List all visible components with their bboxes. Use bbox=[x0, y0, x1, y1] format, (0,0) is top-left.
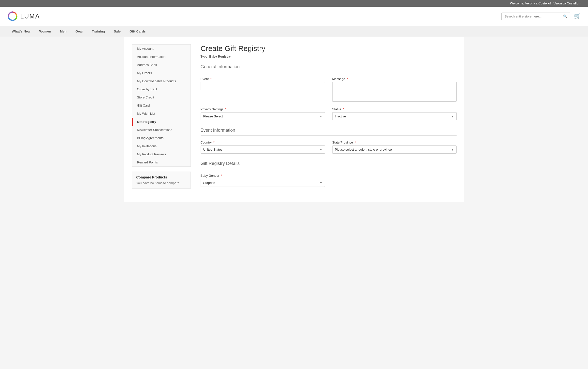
event-field-group: Event * bbox=[201, 77, 325, 102]
sidebar-item-billing-agreements[interactable]: Billing Agreements bbox=[132, 134, 191, 142]
country-select[interactable]: United States bbox=[201, 145, 325, 154]
event-required-mark: * bbox=[210, 77, 211, 81]
state-required-mark: * bbox=[355, 141, 356, 144]
privacy-select[interactable]: Please Select bbox=[201, 112, 325, 120]
privacy-status-row: Privacy Settings * Please Select ▼ Sta bbox=[201, 107, 457, 120]
nav-item-gear[interactable]: Gear bbox=[71, 26, 88, 37]
message-required-mark: * bbox=[347, 77, 348, 81]
search-input[interactable] bbox=[502, 13, 561, 20]
gift-registry-details-section: Gift Registry Details Baby Gender * Surp… bbox=[201, 161, 457, 187]
sidebar-item-reward-points[interactable]: Reward Points bbox=[132, 158, 191, 166]
country-label: Country * bbox=[201, 141, 325, 144]
event-information-section: Event Information Country * United State… bbox=[201, 128, 457, 154]
country-required-mark: * bbox=[213, 141, 215, 144]
message-textarea[interactable] bbox=[332, 82, 457, 102]
baby-gender-row: Baby Gender * Surprise ▼ bbox=[201, 174, 457, 187]
sidebar-item-my-orders[interactable]: My Orders bbox=[132, 69, 191, 77]
event-label: Event * bbox=[201, 77, 325, 81]
sidebar-item-newsletter-subscriptions[interactable]: Newsletter Subscriptions bbox=[132, 126, 191, 134]
sidebar-nav-block: My Account Account Information Address B… bbox=[132, 44, 191, 167]
status-select-wrap: Inactive ▼ bbox=[332, 112, 457, 120]
country-field-group: Country * United States ▼ bbox=[201, 141, 325, 154]
nav-item-training[interactable]: Training bbox=[87, 26, 109, 37]
registry-type-label: Type: Baby Registry bbox=[201, 55, 457, 58]
logo-text: LUMA bbox=[20, 13, 40, 20]
main-navigation: What's New Women Men Gear Training Sale … bbox=[0, 26, 588, 37]
compare-title: Compare Products bbox=[136, 175, 186, 179]
sidebar-item-address-book[interactable]: Address Book bbox=[132, 61, 191, 69]
sidebar-item-store-credit[interactable]: Store Credit bbox=[132, 93, 191, 101]
nav-item-sale[interactable]: Sale bbox=[109, 26, 125, 37]
sidebar-item-gift-registry[interactable]: Gift Registry bbox=[132, 118, 191, 126]
header-right: 🔍 🛒 bbox=[501, 13, 581, 20]
sidebar-item-downloadable-products[interactable]: My Downloadable Products bbox=[132, 77, 191, 85]
status-label: Status * bbox=[332, 107, 457, 111]
welcome-message: Welcome, Veronica Costello! bbox=[510, 1, 551, 5]
message-field-group: Message * bbox=[332, 77, 457, 102]
username-label: Veronica Costello bbox=[554, 1, 578, 5]
baby-gender-select-wrap: Surprise ▼ bbox=[201, 179, 325, 187]
nav-item-whats-new[interactable]: What's New bbox=[7, 26, 35, 37]
state-select[interactable]: Please select a region, state or provinc… bbox=[332, 145, 457, 154]
country-select-wrap: United States ▼ bbox=[201, 145, 325, 154]
sidebar-item-my-wish-list[interactable]: My Wish List bbox=[132, 110, 191, 118]
privacy-select-wrap: Please Select ▼ bbox=[201, 112, 325, 120]
compare-products-block: Compare Products You have no items to co… bbox=[132, 172, 191, 189]
nav-item-women[interactable]: Women bbox=[35, 26, 55, 37]
baby-gender-label: Baby Gender * bbox=[201, 174, 325, 177]
general-information-section: General Information Event * Message * bbox=[201, 64, 457, 120]
svg-point-0 bbox=[8, 11, 17, 21]
cart-icon[interactable]: 🛒 bbox=[574, 13, 581, 19]
baby-gender-required-mark: * bbox=[221, 174, 222, 177]
page-title: Create Gift Registry bbox=[201, 44, 457, 53]
page-layout: My Account Account Information Address B… bbox=[132, 44, 457, 194]
country-state-row: Country * United States ▼ State/Provin bbox=[201, 141, 457, 154]
main-content: Create Gift Registry Type: Baby Registry… bbox=[201, 44, 457, 194]
message-label: Message * bbox=[332, 77, 457, 81]
status-select[interactable]: Inactive bbox=[332, 112, 457, 120]
state-select-wrap: Please select a region, state or provinc… bbox=[332, 145, 457, 154]
logo[interactable]: LUMA bbox=[7, 11, 40, 21]
sidebar: My Account Account Information Address B… bbox=[132, 44, 191, 189]
compare-text: You have no items to compare. bbox=[136, 181, 186, 185]
chevron-down-icon: ▾ bbox=[579, 2, 581, 5]
sidebar-item-my-account[interactable]: My Account bbox=[132, 45, 191, 53]
top-bar: Welcome, Veronica Costello! Veronica Cos… bbox=[0, 0, 588, 7]
nav-item-gift-cards[interactable]: Gift Cards bbox=[125, 26, 150, 37]
event-input[interactable] bbox=[201, 82, 325, 90]
general-information-title: General Information bbox=[201, 64, 457, 72]
logo-icon bbox=[7, 11, 18, 21]
status-field-group: Status * Inactive ▼ bbox=[332, 107, 457, 120]
privacy-label: Privacy Settings * bbox=[201, 107, 325, 111]
baby-gender-field-group: Baby Gender * Surprise ▼ bbox=[201, 174, 325, 187]
user-menu[interactable]: Veronica Costello ▾ bbox=[554, 1, 581, 5]
privacy-field-group: Privacy Settings * Please Select ▼ bbox=[201, 107, 325, 120]
search-icon: 🔍 bbox=[563, 15, 567, 18]
sidebar-item-product-reviews[interactable]: My Product Reviews bbox=[132, 150, 191, 158]
state-label: State/Province * bbox=[332, 141, 457, 144]
sidebar-item-gift-card[interactable]: Gift Card bbox=[132, 101, 191, 110]
sidebar-item-order-by-sku[interactable]: Order by SKU bbox=[132, 85, 191, 93]
details-section-title: Gift Registry Details bbox=[201, 161, 457, 169]
nav-item-men[interactable]: Men bbox=[56, 26, 71, 37]
state-field-group: State/Province * Please select a region,… bbox=[332, 141, 457, 154]
event-message-row: Event * Message * bbox=[201, 77, 457, 102]
sidebar-item-my-invitations[interactable]: My Invitations bbox=[132, 142, 191, 150]
baby-gender-select[interactable]: Surprise bbox=[201, 179, 325, 187]
sidebar-item-account-information[interactable]: Account Information bbox=[132, 53, 191, 61]
page-wrapper: My Account Account Information Address B… bbox=[124, 37, 464, 202]
search-button[interactable]: 🔍 bbox=[561, 13, 570, 20]
type-value: Baby Registry bbox=[209, 55, 231, 58]
header: LUMA 🔍 🛒 bbox=[0, 7, 588, 26]
type-label-text: Type: bbox=[201, 55, 208, 58]
event-information-title: Event Information bbox=[201, 128, 457, 136]
privacy-required-mark: * bbox=[225, 107, 226, 111]
search-bar: 🔍 bbox=[501, 13, 570, 20]
status-required-mark: * bbox=[343, 107, 344, 111]
